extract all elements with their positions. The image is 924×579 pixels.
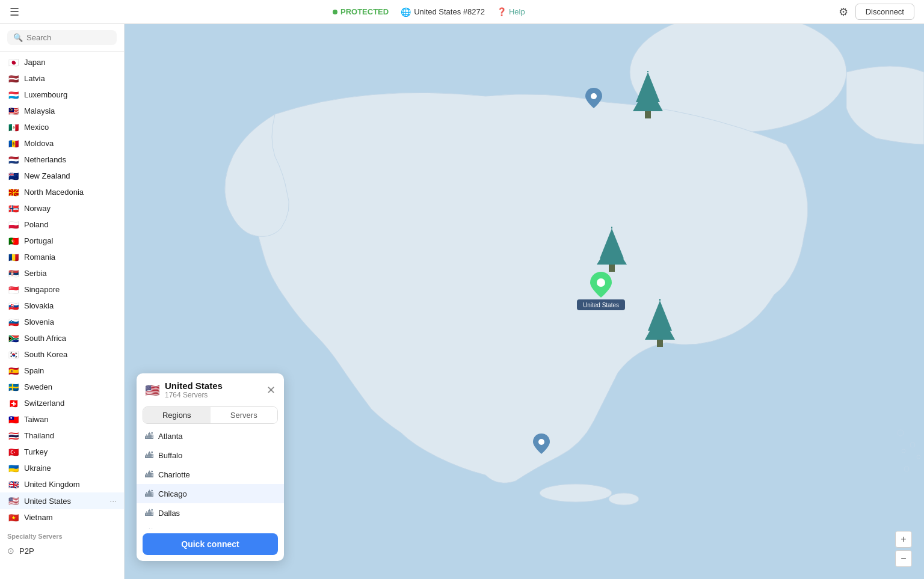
city-name: Denver: [158, 528, 183, 529]
city-name: Dallas: [158, 509, 180, 518]
country-item-north-macedonia[interactable]: 🇲🇰 North Macedonia: [0, 184, 124, 200]
country-item-mexico[interactable]: 🇲🇽 Mexico: [0, 119, 124, 135]
search-input[interactable]: [26, 33, 111, 42]
tab-regions[interactable]: Regions: [143, 407, 211, 423]
country-item-new-zealand[interactable]: 🇳🇿 New Zealand: [0, 168, 124, 184]
p2p-icon: ⊙: [7, 546, 14, 556]
popup-flag: 🇺🇸: [145, 383, 160, 397]
country-item-taiwan[interactable]: 🇹🇼 Taiwan: [0, 411, 124, 427]
popup-tabs: Regions Servers: [143, 406, 278, 424]
quick-connect-button[interactable]: Quick connect: [143, 533, 278, 555]
zoom-out-button[interactable]: −: [895, 550, 912, 567]
map-area: United States + − 🇺🇸 United States 1764 …: [125, 24, 924, 579]
country-item-united-states[interactable]: 🇺🇸 United States ···: [0, 492, 124, 509]
popup-header: 🇺🇸 United States 1764 Servers ✕: [137, 373, 284, 403]
country-item-thailand[interactable]: 🇹🇭 Thailand: [0, 427, 124, 444]
country-item-slovakia[interactable]: 🇸🇰 Slovakia: [0, 298, 124, 314]
svg-point-4: [910, 443, 915, 447]
country-item-norway[interactable]: 🇳🇴 Norway: [0, 200, 124, 216]
flag-icon: 🇳🇱: [7, 156, 19, 164]
server-label: United States #8272: [414, 7, 485, 16]
country-item-latvia[interactable]: 🇱🇻 Latvia: [0, 70, 124, 87]
svg-rect-14: [609, 265, 615, 272]
country-item-spain[interactable]: 🇪🇸 Spain: [0, 363, 124, 379]
country-name: Mexico: [24, 123, 117, 132]
country-item-switzerland[interactable]: 🇨🇭 Switzerland: [0, 395, 124, 411]
help-label: Help: [509, 7, 525, 16]
popup-close-button[interactable]: ✕: [266, 385, 276, 396]
flag-icon: 🇿🇦: [7, 334, 19, 343]
country-item-malaysia[interactable]: 🇲🇾 Malaysia: [0, 103, 124, 119]
specialty-section-label: Specialty Servers: [0, 528, 124, 542]
flag-icon: 🇵🇹: [7, 237, 19, 245]
country-item-japan[interactable]: 🇯🇵 Japan: [0, 54, 124, 70]
server-info: 🌐 United States #8272: [401, 7, 485, 17]
settings-icon[interactable]: ⚙: [839, 5, 848, 19]
popup-title: United States: [165, 381, 223, 391]
country-name: Japan: [24, 58, 117, 67]
popup-city-list: 🏙 Atlanta 🏙 Buffalo 🏙 Charlotte 🏙 Chicag…: [137, 426, 284, 528]
country-name: United Kingdom: [24, 480, 117, 489]
flag-icon: 🇨🇭: [7, 399, 19, 408]
country-item-turkey[interactable]: 🇹🇷 Turkey: [0, 444, 124, 460]
country-list: 🇯🇵 Japan 🇱🇻 Latvia 🇱🇺 Luxembourg 🇲🇾 Mala…: [0, 52, 124, 528]
flag-icon: 🇬🇧: [7, 480, 19, 489]
country-popup: 🇺🇸 United States 1764 Servers ✕ Regions …: [137, 373, 284, 561]
menu-icon[interactable]: ☰: [10, 5, 19, 19]
city-icon: 🏙: [145, 489, 153, 498]
tab-servers[interactable]: Servers: [211, 407, 278, 423]
country-item-serbia[interactable]: 🇷🇸 Serbia: [0, 265, 124, 281]
country-item-moldova[interactable]: 🇲🇩 Moldova: [0, 135, 124, 152]
map-controls: + −: [895, 531, 912, 567]
country-item-romania[interactable]: 🇷🇴 Romania: [0, 249, 124, 265]
svg-point-1: [540, 484, 612, 502]
flag-icon: 🇹🇼: [7, 415, 19, 424]
country-item-singapore[interactable]: 🇸🇬 Singapore: [0, 281, 124, 298]
country-item-south-africa[interactable]: 🇿🇦 South Africa: [0, 330, 124, 346]
city-item-atlanta[interactable]: 🏙 Atlanta: [137, 426, 284, 446]
city-item-denver[interactable]: 🏙 Denver: [137, 522, 284, 528]
country-item-netherlands[interactable]: 🇳🇱 Netherlands: [0, 152, 124, 168]
city-item-dallas[interactable]: 🏙 Dallas: [137, 503, 284, 522]
country-item-united-kingdom[interactable]: 🇬🇧 United Kingdom: [0, 476, 124, 492]
country-item-portugal[interactable]: 🇵🇹 Portugal: [0, 233, 124, 249]
country-name: Ukraine: [24, 464, 117, 473]
header: ☰ PROTECTED 🌐 United States #8272 ❓ Help…: [0, 0, 924, 24]
country-name: Norway: [24, 204, 117, 213]
flag-icon: 🇲🇰: [7, 188, 19, 197]
country-item-luxembourg[interactable]: 🇱🇺 Luxembourg: [0, 87, 124, 103]
flag-icon: 🇪🇸: [7, 367, 19, 375]
country-item-poland[interactable]: 🇵🇱 Poland: [0, 216, 124, 233]
svg-text:United States: United States: [583, 302, 619, 308]
country-name: South Africa: [24, 334, 117, 343]
protected-label: PROTECTED: [340, 7, 389, 16]
city-item-charlotte[interactable]: 🏙 Charlotte: [137, 465, 284, 484]
country-item-vietnam[interactable]: 🇻🇳 Vietnam: [0, 509, 124, 525]
help-icon: ❓: [497, 7, 507, 16]
city-item-buffalo[interactable]: 🏙 Buffalo: [137, 446, 284, 465]
country-name: Singapore: [24, 285, 117, 294]
flag-icon: 🇳🇴: [7, 204, 19, 213]
more-button[interactable]: ···: [109, 496, 117, 506]
disconnect-button[interactable]: Disconnect: [855, 4, 914, 20]
country-name: Latvia: [24, 74, 117, 83]
country-name: Netherlands: [24, 155, 117, 164]
sidebar: 🔍 🇯🇵 Japan 🇱🇻 Latvia 🇱🇺 Luxembourg 🇲🇾 Ma…: [0, 24, 125, 579]
svg-point-5: [917, 455, 920, 459]
country-item-south-korea[interactable]: 🇰🇷 South Korea: [0, 346, 124, 363]
city-item-chicago[interactable]: 🏙 Chicago: [137, 484, 284, 503]
help-link[interactable]: ❓ Help: [497, 7, 525, 16]
zoom-in-button[interactable]: +: [895, 531, 912, 548]
svg-point-6: [904, 467, 909, 471]
country-item-ukraine[interactable]: 🇺🇦 Ukraine: [0, 460, 124, 476]
country-item-slovenia[interactable]: 🇸🇮 Slovenia: [0, 314, 124, 330]
country-name: Turkey: [24, 447, 117, 456]
svg-point-22: [597, 278, 605, 287]
specialty-p2p[interactable]: ⊙ P2P: [0, 542, 124, 559]
popup-country-info: 🇺🇸 United States 1764 Servers: [145, 381, 223, 399]
flag-icon: 🇺🇦: [7, 464, 19, 473]
country-item-sweden[interactable]: 🇸🇪 Sweden: [0, 379, 124, 395]
flag-icon: 🇷🇸: [7, 269, 19, 278]
flag-icon: 🇱🇻: [7, 75, 19, 83]
country-name: Sweden: [24, 382, 117, 391]
